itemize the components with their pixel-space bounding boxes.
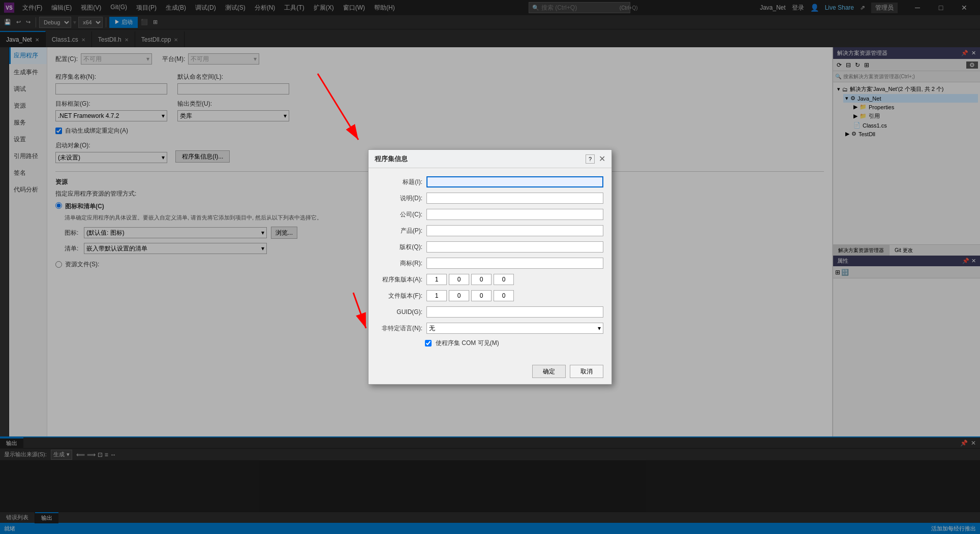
dialog-label-product: 产品(P): (377, 227, 422, 235)
dialog-input-guid[interactable]: 5ebb1d4f-cf28-4a25-907f-4d78e3bbcacd (426, 306, 603, 318)
dialog-row-assembly-version: 程序集版本(A): (377, 274, 603, 285)
dialog-row-file-version: 文件版本(F): (377, 290, 603, 301)
dialog-row-neutral-lang: 非特定语言(N): 无▾ (377, 323, 603, 334)
version-inputs (426, 274, 514, 285)
version-minor[interactable] (449, 274, 469, 285)
file-version-minor[interactable] (449, 290, 469, 301)
dialog-input-title[interactable]: Java_Net (426, 176, 603, 187)
dialog-label-file-version: 文件版本(F): (377, 292, 422, 300)
version-build[interactable] (471, 274, 492, 285)
dialog-title-text: 程序集信息 (375, 154, 408, 164)
file-version-rev[interactable] (494, 290, 514, 301)
dialog-label-neutral-lang: 非特定语言(N): (377, 324, 422, 333)
dialog-row-trademark: 商标(R): (377, 258, 603, 269)
dialog-ok-btn[interactable]: 确定 (532, 365, 566, 378)
dialog-input-copyright[interactable]: Copyright © 2022 (426, 241, 603, 253)
neutral-lang-select[interactable]: 无▾ (426, 323, 603, 334)
com-visible-label: 使程序集 COM 可见(M) (436, 339, 499, 348)
dialog-body: 标题(I): Java_Net 说明(D): 公司(C): 产品(P): Jav… (369, 168, 611, 361)
dialog-cancel-btn[interactable]: 取消 (570, 365, 603, 378)
version-rev[interactable] (494, 274, 514, 285)
dialog-row-com-visible: 使程序集 COM 可见(M) (377, 339, 603, 348)
dialog-input-trademark[interactable] (426, 258, 603, 269)
dialog-label-desc: 说明(D): (377, 194, 422, 203)
dialog-label-guid: GUID(G): (377, 308, 422, 316)
file-version-major[interactable] (426, 290, 447, 301)
dialog-title-bar: 程序集信息 ? ✕ (369, 150, 611, 168)
dialog-row-copyright: 版权(Q): Copyright © 2022 (377, 241, 603, 253)
dialog-row-guid: GUID(G): 5ebb1d4f-cf28-4a25-907f-4d78e3b… (377, 306, 603, 318)
dialog-row-company: 公司(C): (377, 209, 603, 220)
dialog-help-btn[interactable]: ? (586, 154, 595, 164)
dialog-overlay: 程序集信息 ? ✕ 标题(I): Java_Net 说明(D): 公司(C): (0, 0, 980, 534)
dialog-input-product[interactable]: Java_Net (426, 225, 603, 236)
dialog-label-trademark: 商标(R): (377, 259, 422, 268)
dialog-label-company: 公司(C): (377, 210, 422, 219)
annotation-arrow1 (216, 58, 379, 160)
dialog-input-company[interactable] (426, 209, 603, 220)
file-version-build[interactable] (471, 290, 492, 301)
dialog-label-copyright: 版权(Q): (377, 243, 422, 252)
dialog-row-desc: 说明(D): (377, 193, 603, 204)
dialog-row-product: 产品(P): Java_Net (377, 225, 603, 236)
file-version-inputs (426, 290, 514, 301)
assembly-info-dialog: 程序集信息 ? ✕ 标题(I): Java_Net 说明(D): 公司(C): (368, 149, 612, 385)
com-visible-checkbox[interactable] (425, 340, 432, 347)
dialog-footer: 确定 取消 (369, 361, 611, 384)
dialog-close-btn[interactable]: ✕ (599, 154, 605, 164)
dialog-label-title: 标题(I): (377, 178, 422, 186)
version-major[interactable] (426, 274, 447, 285)
dialog-row-title: 标题(I): Java_Net (377, 176, 603, 187)
dialog-input-desc[interactable] (426, 193, 603, 204)
dialog-label-assembly-version: 程序集版本(A): (377, 275, 422, 284)
